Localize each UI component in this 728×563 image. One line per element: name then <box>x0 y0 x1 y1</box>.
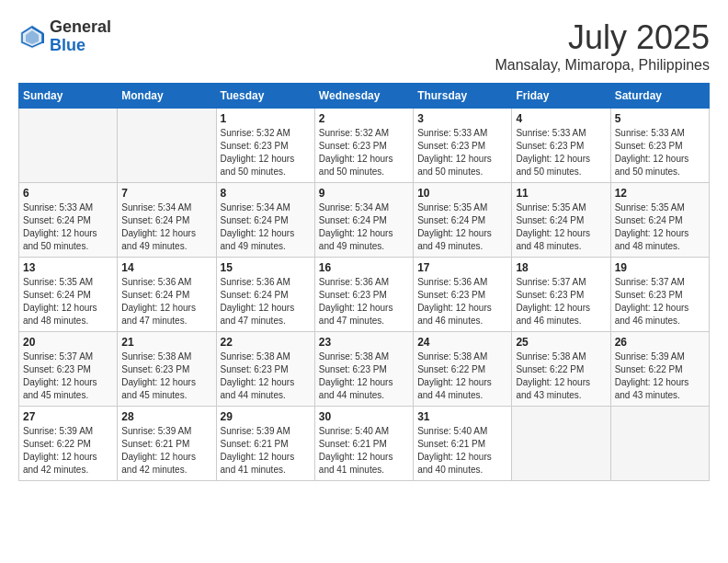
day-number: 17 <box>417 261 507 274</box>
title-block: July 2025 Mansalay, Mimaropa, Philippine… <box>495 18 710 74</box>
day-number: 9 <box>319 187 409 200</box>
day-info: Sunrise: 5:38 AM Sunset: 6:22 PM Dayligh… <box>516 350 606 402</box>
calendar-cell: 2Sunrise: 5:32 AM Sunset: 6:23 PM Daylig… <box>314 109 413 183</box>
logo: General Blue <box>18 18 111 55</box>
calendar-cell: 10Sunrise: 5:35 AM Sunset: 6:24 PM Dayli… <box>414 183 512 258</box>
day-number: 5 <box>615 112 705 125</box>
day-info: Sunrise: 5:35 AM Sunset: 6:24 PM Dayligh… <box>516 201 606 253</box>
day-info: Sunrise: 5:34 AM Sunset: 6:24 PM Dayligh… <box>319 201 409 253</box>
calendar-cell: 26Sunrise: 5:39 AM Sunset: 6:22 PM Dayli… <box>610 332 709 407</box>
calendar-cell: 18Sunrise: 5:37 AM Sunset: 6:23 PM Dayli… <box>512 258 610 332</box>
calendar-cell: 27Sunrise: 5:39 AM Sunset: 6:22 PM Dayli… <box>19 407 118 481</box>
day-info: Sunrise: 5:39 AM Sunset: 6:22 PM Dayligh… <box>23 425 113 477</box>
month-year-title: July 2025 <box>495 18 710 57</box>
calendar-cell: 29Sunrise: 5:39 AM Sunset: 6:21 PM Dayli… <box>216 407 314 481</box>
calendar-cell: 4Sunrise: 5:33 AM Sunset: 6:23 PM Daylig… <box>512 109 610 183</box>
day-info: Sunrise: 5:36 AM Sunset: 6:24 PM Dayligh… <box>221 276 311 327</box>
day-number: 19 <box>615 261 705 274</box>
day-info: Sunrise: 5:40 AM Sunset: 6:21 PM Dayligh… <box>417 425 507 477</box>
day-info: Sunrise: 5:35 AM Sunset: 6:24 PM Dayligh… <box>417 201 507 253</box>
weekday-header-saturday: Saturday <box>610 84 709 109</box>
day-number: 22 <box>221 336 311 349</box>
calendar-cell <box>118 109 216 183</box>
day-info: Sunrise: 5:38 AM Sunset: 6:23 PM Dayligh… <box>319 350 409 402</box>
day-number: 1 <box>221 112 311 125</box>
day-info: Sunrise: 5:33 AM Sunset: 6:23 PM Dayligh… <box>516 127 606 178</box>
calendar-cell: 5Sunrise: 5:33 AM Sunset: 6:23 PM Daylig… <box>610 109 709 183</box>
calendar-week-5: 27Sunrise: 5:39 AM Sunset: 6:22 PM Dayli… <box>19 407 710 481</box>
day-info: Sunrise: 5:38 AM Sunset: 6:23 PM Dayligh… <box>121 350 211 402</box>
day-number: 30 <box>319 410 409 423</box>
calendar-week-4: 20Sunrise: 5:37 AM Sunset: 6:23 PM Dayli… <box>19 332 710 407</box>
day-info: Sunrise: 5:38 AM Sunset: 6:23 PM Dayligh… <box>221 350 311 402</box>
day-number: 8 <box>221 187 311 200</box>
day-info: Sunrise: 5:33 AM Sunset: 6:24 PM Dayligh… <box>23 201 113 253</box>
weekday-header-wednesday: Wednesday <box>314 84 413 109</box>
day-number: 23 <box>319 336 409 349</box>
day-info: Sunrise: 5:37 AM Sunset: 6:23 PM Dayligh… <box>23 350 113 402</box>
day-number: 2 <box>319 112 409 125</box>
day-info: Sunrise: 5:33 AM Sunset: 6:23 PM Dayligh… <box>417 127 507 178</box>
calendar-cell: 9Sunrise: 5:34 AM Sunset: 6:24 PM Daylig… <box>314 183 413 258</box>
calendar-cell: 22Sunrise: 5:38 AM Sunset: 6:23 PM Dayli… <box>216 332 314 407</box>
day-info: Sunrise: 5:35 AM Sunset: 6:24 PM Dayligh… <box>615 201 705 253</box>
calendar-cell: 11Sunrise: 5:35 AM Sunset: 6:24 PM Dayli… <box>512 183 610 258</box>
day-number: 20 <box>23 336 113 349</box>
calendar-cell: 20Sunrise: 5:37 AM Sunset: 6:23 PM Dayli… <box>19 332 118 407</box>
calendar-cell: 19Sunrise: 5:37 AM Sunset: 6:23 PM Dayli… <box>610 258 709 332</box>
day-info: Sunrise: 5:32 AM Sunset: 6:23 PM Dayligh… <box>221 127 311 178</box>
day-info: Sunrise: 5:36 AM Sunset: 6:23 PM Dayligh… <box>417 276 507 327</box>
day-number: 7 <box>121 187 211 200</box>
calendar-cell: 31Sunrise: 5:40 AM Sunset: 6:21 PM Dayli… <box>414 407 512 481</box>
day-info: Sunrise: 5:35 AM Sunset: 6:24 PM Dayligh… <box>23 276 113 327</box>
calendar-cell: 30Sunrise: 5:40 AM Sunset: 6:21 PM Dayli… <box>314 407 413 481</box>
day-number: 31 <box>417 410 507 423</box>
calendar-cell <box>19 109 118 183</box>
logo-icon <box>18 23 46 51</box>
weekday-header-sunday: Sunday <box>19 84 118 109</box>
weekday-header-thursday: Thursday <box>414 84 512 109</box>
calendar-cell: 24Sunrise: 5:38 AM Sunset: 6:22 PM Dayli… <box>414 332 512 407</box>
day-number: 14 <box>121 261 211 274</box>
calendar-week-3: 13Sunrise: 5:35 AM Sunset: 6:24 PM Dayli… <box>19 258 710 332</box>
calendar-cell: 14Sunrise: 5:36 AM Sunset: 6:24 PM Dayli… <box>118 258 216 332</box>
day-info: Sunrise: 5:33 AM Sunset: 6:23 PM Dayligh… <box>615 127 705 178</box>
calendar-cell: 12Sunrise: 5:35 AM Sunset: 6:24 PM Dayli… <box>610 183 709 258</box>
day-number: 24 <box>417 336 507 349</box>
weekday-header-tuesday: Tuesday <box>216 84 314 109</box>
day-number: 6 <box>23 187 113 200</box>
day-number: 16 <box>319 261 409 274</box>
calendar-week-1: 1Sunrise: 5:32 AM Sunset: 6:23 PM Daylig… <box>19 109 710 183</box>
calendar-cell <box>610 407 709 481</box>
calendar-cell: 6Sunrise: 5:33 AM Sunset: 6:24 PM Daylig… <box>19 183 118 258</box>
page-header: General Blue July 2025 Mansalay, Mimarop… <box>18 18 710 74</box>
day-info: Sunrise: 5:37 AM Sunset: 6:23 PM Dayligh… <box>516 276 606 327</box>
day-number: 15 <box>221 261 311 274</box>
day-number: 25 <box>516 336 606 349</box>
day-number: 11 <box>516 187 606 200</box>
day-number: 27 <box>23 410 113 423</box>
calendar-cell: 21Sunrise: 5:38 AM Sunset: 6:23 PM Dayli… <box>118 332 216 407</box>
day-info: Sunrise: 5:36 AM Sunset: 6:24 PM Dayligh… <box>121 276 211 327</box>
calendar-cell: 16Sunrise: 5:36 AM Sunset: 6:23 PM Dayli… <box>314 258 413 332</box>
calendar-cell: 25Sunrise: 5:38 AM Sunset: 6:22 PM Dayli… <box>512 332 610 407</box>
calendar-week-2: 6Sunrise: 5:33 AM Sunset: 6:24 PM Daylig… <box>19 183 710 258</box>
day-info: Sunrise: 5:39 AM Sunset: 6:21 PM Dayligh… <box>221 425 311 477</box>
day-number: 21 <box>121 336 211 349</box>
calendar-header: SundayMondayTuesdayWednesdayThursdayFrid… <box>19 84 710 109</box>
day-number: 10 <box>417 187 507 200</box>
day-number: 18 <box>516 261 606 274</box>
calendar-cell <box>512 407 610 481</box>
calendar-body: 1Sunrise: 5:32 AM Sunset: 6:23 PM Daylig… <box>19 109 710 481</box>
day-info: Sunrise: 5:34 AM Sunset: 6:24 PM Dayligh… <box>121 201 211 253</box>
day-info: Sunrise: 5:34 AM Sunset: 6:24 PM Dayligh… <box>221 201 311 253</box>
logo-text: General Blue <box>50 18 111 55</box>
calendar-cell: 8Sunrise: 5:34 AM Sunset: 6:24 PM Daylig… <box>216 183 314 258</box>
day-info: Sunrise: 5:32 AM Sunset: 6:23 PM Dayligh… <box>319 127 409 178</box>
day-info: Sunrise: 5:40 AM Sunset: 6:21 PM Dayligh… <box>319 425 409 477</box>
calendar-cell: 1Sunrise: 5:32 AM Sunset: 6:23 PM Daylig… <box>216 109 314 183</box>
day-number: 26 <box>615 336 705 349</box>
logo-general: General <box>50 18 111 37</box>
day-number: 13 <box>23 261 113 274</box>
day-number: 3 <box>417 112 507 125</box>
